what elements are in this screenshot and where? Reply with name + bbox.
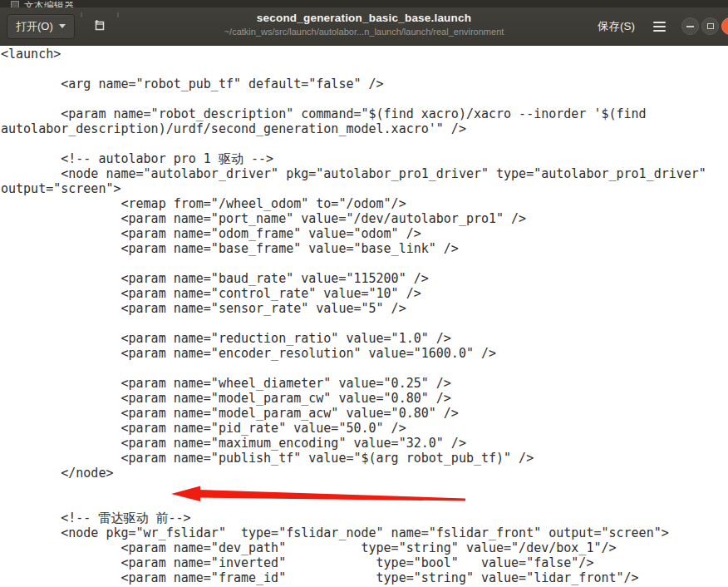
minimize-icon (686, 26, 694, 27)
document-path: ~/catkin_ws/src/launch/autolabor...n_lau… (156, 27, 572, 37)
open-button-label: 打开(O) (16, 19, 53, 34)
new-document-button[interactable] (85, 14, 115, 39)
minimize-button[interactable] (681, 17, 699, 35)
button-separator (81, 12, 82, 17)
hamburger-menu-button[interactable] (653, 18, 666, 35)
hamburger-icon (653, 22, 666, 23)
button-separator (117, 12, 119, 17)
text-editor-area[interactable]: <launch> <arg name="robot_pub_tf" defaul… (0, 46, 728, 587)
headerbar: 打开(O) second_generation_basic_base.launc… (0, 7, 728, 46)
gedit-window: { "top_panel": { "app_name": "文本编辑器" }, … (0, 0, 728, 587)
caret-down-icon (59, 24, 66, 28)
gnome-top-panel: 文本编辑器 (0, 0, 728, 7)
close-button[interactable] (721, 17, 728, 35)
maximize-icon (707, 23, 714, 29)
open-button[interactable]: 打开(O) (7, 14, 75, 39)
panel-app-menu[interactable]: 文本编辑器 (24, 0, 74, 7)
app-window-icon (11, 1, 19, 7)
document-title: second_generation_basic_base.launch (156, 12, 572, 24)
code-content[interactable]: <launch> <arg name="robot_pub_tf" defaul… (0, 46, 728, 587)
window-title-block: second_generation_basic_base.launch ~/ca… (156, 12, 572, 37)
maximize-button[interactable] (701, 17, 719, 35)
new-document-icon (91, 17, 108, 36)
headerbar-right: 保存(S) (594, 7, 728, 45)
save-button[interactable]: 保存(S) (594, 14, 638, 39)
